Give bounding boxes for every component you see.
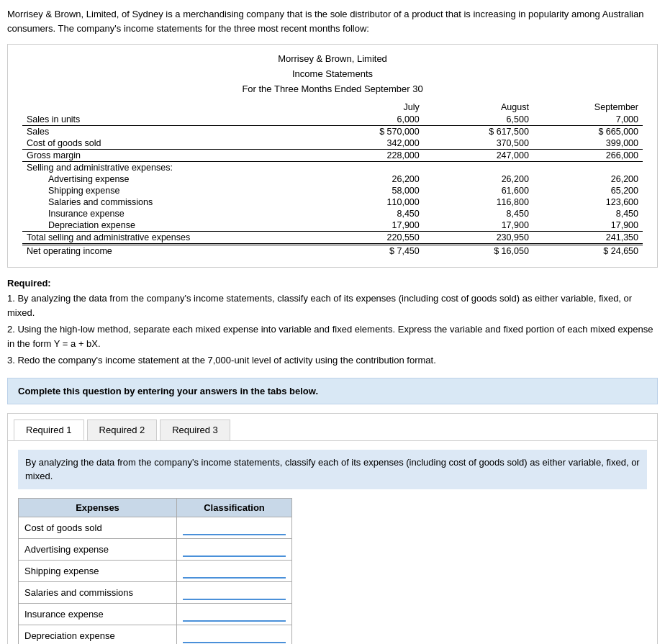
is-row-august: 8,450 bbox=[424, 208, 533, 219]
classification-input[interactable] bbox=[183, 607, 286, 622]
expense-label: Advertising expense bbox=[19, 538, 177, 560]
is-title: Morrisey & Brown, Limited Income Stateme… bbox=[22, 52, 643, 96]
classification-cell bbox=[177, 603, 292, 625]
classification-cell bbox=[177, 560, 292, 581]
classification-table: Expenses Classification Cost of goods so… bbox=[18, 498, 292, 644]
expense-label: Cost of goods sold bbox=[19, 517, 177, 538]
tab-2[interactable]: Required 2 bbox=[87, 419, 158, 440]
is-row-august: 61,600 bbox=[424, 185, 533, 196]
classification-input[interactable] bbox=[183, 563, 286, 579]
is-row-july: 8,450 bbox=[315, 208, 424, 219]
is-row-august bbox=[424, 162, 533, 174]
required-section: Required: 1. By analyzing the data from … bbox=[7, 278, 658, 368]
col-september: September bbox=[533, 101, 643, 114]
tabs-header: Required 1Required 2Required 3 bbox=[8, 414, 657, 440]
is-row-label: Depreciation expense bbox=[22, 219, 315, 232]
is-title-line2: Income Statements bbox=[22, 67, 643, 82]
is-row-september: 26,200 bbox=[533, 173, 643, 185]
col-august: August bbox=[424, 101, 533, 114]
required-item: 1. By analyzing the data from the compan… bbox=[7, 291, 658, 319]
classification-input[interactable] bbox=[183, 542, 286, 557]
classification-input[interactable] bbox=[183, 520, 286, 535]
expense-label: Depreciation expense bbox=[19, 625, 177, 644]
classification-input[interactable] bbox=[183, 585, 286, 600]
is-row-september: 65,200 bbox=[533, 185, 643, 196]
is-row-label: Shipping expense bbox=[22, 185, 315, 196]
intro-text: Morrisey & Brown, Limited, of Sydney is … bbox=[7, 7, 658, 35]
required-item: 3. Redo the company's income statement a… bbox=[7, 353, 658, 368]
is-row-august: 6,500 bbox=[424, 114, 533, 126]
is-row-september: 8,450 bbox=[533, 208, 643, 219]
is-row-july: 228,000 bbox=[315, 150, 424, 162]
table-row: Salaries and commissions bbox=[19, 581, 292, 603]
tab-content: By analyzing the data from the company's… bbox=[8, 440, 657, 644]
tab-3[interactable]: Required 3 bbox=[160, 419, 230, 440]
is-row-label: Insurance expense bbox=[22, 208, 315, 219]
expense-label: Salaries and commissions bbox=[19, 581, 177, 603]
is-row-label: Net operating income bbox=[22, 245, 315, 258]
is-title-line3: For the Three Months Ended September 30 bbox=[22, 82, 643, 97]
is-row-august: 116,800 bbox=[424, 196, 533, 208]
table-row: Advertising expense bbox=[19, 538, 292, 560]
classification-cell bbox=[177, 581, 292, 603]
is-row-july: $ 7,450 bbox=[315, 245, 424, 258]
is-row-label: Sales in units bbox=[22, 114, 315, 126]
is-row-august: 26,200 bbox=[424, 173, 533, 185]
is-row-september: $ 665,000 bbox=[533, 126, 643, 138]
is-row-september bbox=[533, 162, 643, 174]
table-row: Shipping expense bbox=[19, 560, 292, 581]
classification-input[interactable] bbox=[183, 628, 286, 643]
table-row: Cost of goods sold bbox=[19, 517, 292, 538]
required-heading: Required: bbox=[7, 278, 658, 289]
col-july: July bbox=[315, 101, 424, 114]
instruction-box: Complete this question by entering your … bbox=[7, 378, 658, 404]
classification-cell bbox=[177, 517, 292, 538]
expense-label: Insurance expense bbox=[19, 603, 177, 625]
expenses-header: Expenses bbox=[19, 498, 177, 517]
is-row-september: 17,900 bbox=[533, 219, 643, 232]
table-row: Insurance expense bbox=[19, 603, 292, 625]
is-row-july: 26,200 bbox=[315, 173, 424, 185]
tab-1[interactable]: Required 1 bbox=[14, 419, 84, 440]
is-row-august: $ 16,050 bbox=[424, 245, 533, 258]
is-row-august: 230,950 bbox=[424, 232, 533, 245]
is-row-september: 7,000 bbox=[533, 114, 643, 126]
required-item: 2. Using the high-low method, separate e… bbox=[7, 322, 658, 350]
income-statement: Morrisey & Brown, Limited Income Stateme… bbox=[7, 44, 658, 268]
is-row-september: 399,000 bbox=[533, 137, 643, 150]
tabs-container: Required 1Required 2Required 3 By analyz… bbox=[7, 413, 658, 644]
is-row-july: 110,000 bbox=[315, 196, 424, 208]
is-row-label: Total selling and administrative expense… bbox=[22, 232, 315, 245]
is-row-august: 17,900 bbox=[424, 219, 533, 232]
expense-label: Shipping expense bbox=[19, 560, 177, 581]
is-title-line1: Morrisey & Brown, Limited bbox=[22, 52, 643, 67]
classification-header: Classification bbox=[177, 498, 292, 517]
is-row-august: $ 617,500 bbox=[424, 126, 533, 138]
is-row-july: $ 570,000 bbox=[315, 126, 424, 138]
is-row-label: Advertising expense bbox=[22, 173, 315, 185]
table-row: Depreciation expense bbox=[19, 625, 292, 644]
is-row-label: Sales bbox=[22, 126, 315, 138]
is-row-september: 241,350 bbox=[533, 232, 643, 245]
is-row-september: 266,000 bbox=[533, 150, 643, 162]
is-row-july: 220,550 bbox=[315, 232, 424, 245]
is-row-july: 17,900 bbox=[315, 219, 424, 232]
is-row-label: Gross margin bbox=[22, 150, 315, 162]
classification-cell bbox=[177, 625, 292, 644]
is-row-july: 6,000 bbox=[315, 114, 424, 126]
is-row-july bbox=[315, 162, 424, 174]
classification-cell bbox=[177, 538, 292, 560]
is-row-label: Cost of goods sold bbox=[22, 137, 315, 150]
is-row-july: 342,000 bbox=[315, 137, 424, 150]
is-table: July August September Sales in units6,00… bbox=[22, 101, 643, 257]
is-row-label: Selling and administrative expenses: bbox=[22, 162, 315, 174]
is-row-august: 247,000 bbox=[424, 150, 533, 162]
is-row-label: Salaries and commissions bbox=[22, 196, 315, 208]
is-row-september: $ 24,650 bbox=[533, 245, 643, 258]
is-row-july: 58,000 bbox=[315, 185, 424, 196]
tab-description: By analyzing the data from the company's… bbox=[18, 450, 647, 489]
is-row-august: 370,500 bbox=[424, 137, 533, 150]
is-row-september: 123,600 bbox=[533, 196, 643, 208]
